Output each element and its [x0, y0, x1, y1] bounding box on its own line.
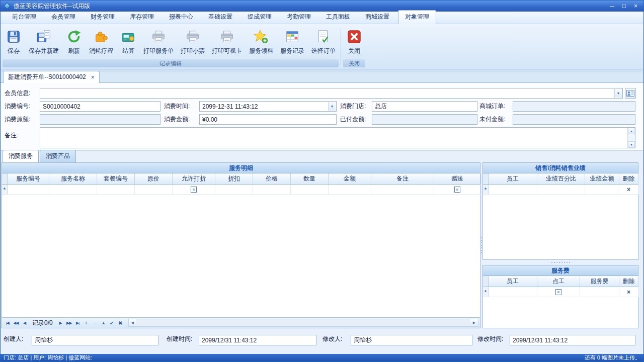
menu-tab-front-desk[interactable]: 前台管理: [6, 11, 43, 24]
scroll-left-icon[interactable]: ◀: [129, 319, 136, 326]
cell-performance-amount[interactable]: [585, 185, 619, 195]
cell-amount[interactable]: [329, 185, 371, 195]
minimize-icon[interactable]: ─: [610, 3, 614, 10]
service-records-button[interactable]: 服务记录: [277, 27, 307, 56]
column-header[interactable]: 服务费: [580, 276, 619, 287]
menu-tab-reports[interactable]: 报表中心: [163, 11, 200, 24]
column-header[interactable]: 业绩金额: [585, 173, 619, 184]
tab-consume-service[interactable]: 消费服务: [3, 150, 39, 162]
column-header[interactable]: 点工: [537, 276, 580, 287]
scroll-up-icon[interactable]: ▲: [628, 128, 635, 134]
cell-quantity[interactable]: [291, 185, 329, 195]
horizontal-scrollbar[interactable]: ◀ ▶: [128, 319, 478, 327]
menu-tab-basic-settings[interactable]: 基础设置: [202, 11, 239, 24]
modify-time-field[interactable]: 2099/12/31 11:43:12: [510, 335, 635, 345]
cell-package-code[interactable]: [97, 185, 135, 195]
cell-point-work[interactable]: [537, 287, 580, 297]
checkbox-icon[interactable]: [191, 187, 197, 193]
cell-allow-discount[interactable]: [173, 185, 215, 195]
column-header[interactable]: 原价: [135, 173, 173, 184]
tab-consume-product[interactable]: 消费产品: [40, 150, 76, 162]
remark-textarea[interactable]: ▲ ▼: [40, 127, 635, 148]
cell-remark[interactable]: [371, 185, 434, 195]
checkbox-icon[interactable]: [454, 187, 460, 193]
scroll-right-icon[interactable]: ▶: [470, 319, 478, 326]
column-header[interactable]: 允许打折: [173, 173, 215, 184]
cell-service-name[interactable]: [49, 185, 97, 195]
cell-service-fee[interactable]: [580, 287, 619, 297]
select-order-button[interactable]: 选择订单: [308, 27, 339, 56]
column-header[interactable]: 套餐编号: [97, 173, 135, 184]
cell-original-price[interactable]: [135, 185, 173, 195]
member-card-button[interactable]: [625, 88, 636, 99]
table-row[interactable]: *: [2, 185, 480, 195]
tab-close-icon[interactable]: ×: [91, 75, 95, 80]
cell-employee[interactable]: [489, 287, 537, 297]
column-header[interactable]: 员工: [489, 276, 537, 287]
nav-first-button[interactable]: |◀: [4, 319, 11, 327]
store-field[interactable]: 总店: [372, 101, 477, 112]
nav-cancel-button[interactable]: ✖: [117, 319, 124, 327]
print-service-sheet-button[interactable]: 打印服务单: [140, 27, 177, 56]
remark-scrollbar[interactable]: ▲ ▼: [627, 128, 635, 148]
nav-last-button[interactable]: ▶|: [74, 319, 82, 327]
menu-tab-inventory[interactable]: 库存管理: [123, 11, 160, 24]
save-button[interactable]: 保存: [3, 27, 25, 56]
column-header[interactable]: 服务名称: [49, 173, 97, 184]
create-time-field[interactable]: 2099/12/31 11:43:12: [199, 335, 316, 345]
refresh-button[interactable]: 刷新: [63, 27, 85, 56]
consume-time-combobox[interactable]: 2099-12-31 11:43:12 ▼: [199, 101, 337, 112]
delete-row-button[interactable]: ×: [619, 287, 638, 297]
consume-amount-field[interactable]: ¥0.00: [199, 114, 337, 125]
column-header[interactable]: 删除: [619, 276, 638, 287]
print-receipt-button[interactable]: 打印小票: [178, 27, 208, 56]
nav-insert-button[interactable]: +: [83, 319, 90, 327]
scroll-down-icon[interactable]: ▼: [628, 141, 635, 148]
column-header[interactable]: 删除: [619, 173, 638, 184]
cell-discount[interactable]: [215, 185, 253, 195]
creator-field[interactable]: 周怡杉: [32, 335, 158, 345]
horizontal-splitter[interactable]: [482, 260, 638, 265]
menu-tab-members[interactable]: 会员管理: [45, 11, 82, 24]
checkbox-icon[interactable]: [555, 289, 561, 295]
nav-edit-button[interactable]: ▲: [100, 319, 107, 327]
menu-tab-attendance[interactable]: 考勤管理: [280, 11, 317, 24]
cell-service-code[interactable]: [8, 185, 49, 195]
menu-tab-tools[interactable]: 工具面板: [319, 11, 357, 24]
cell-price[interactable]: [253, 185, 291, 195]
settle-button[interactable]: 结算: [117, 27, 139, 56]
service-materials-button[interactable]: 服务领料: [246, 27, 276, 56]
nav-post-button[interactable]: ✔: [108, 319, 116, 327]
column-header[interactable]: 数量: [291, 173, 329, 184]
cell-employee[interactable]: [489, 185, 537, 195]
nav-next-page-button[interactable]: ▶▶: [65, 319, 73, 327]
cell-gift[interactable]: [434, 185, 481, 195]
print-visual-card-button[interactable]: 打印可视卡: [209, 27, 245, 56]
column-header[interactable]: 服务编号: [8, 173, 49, 184]
table-row[interactable]: * ×: [483, 185, 638, 195]
column-header[interactable]: 金额: [329, 173, 371, 184]
menu-tab-mall-settings[interactable]: 商城设置: [359, 11, 396, 24]
member-info-combobox[interactable]: ▼: [40, 88, 623, 99]
consume-no-field[interactable]: S0010000402: [40, 101, 160, 112]
delete-icon[interactable]: ×: [627, 289, 630, 296]
nav-delete-button[interactable]: −: [91, 319, 99, 327]
table-row[interactable]: * ×: [483, 287, 638, 297]
cell-performance-percent[interactable]: [537, 185, 585, 195]
menu-tab-object-management[interactable]: 对象管理: [398, 10, 436, 24]
maximize-icon[interactable]: □: [622, 3, 626, 10]
chevron-down-icon[interactable]: ▼: [614, 89, 622, 98]
column-header[interactable]: 折扣: [215, 173, 253, 184]
column-header[interactable]: 价格: [253, 173, 291, 184]
column-header[interactable]: 员工: [489, 173, 537, 184]
nav-next-button[interactable]: ▶: [57, 319, 64, 327]
save-and-new-button[interactable]: 保存并新建: [26, 27, 62, 56]
delete-row-button[interactable]: ×: [619, 185, 638, 195]
close-icon[interactable]: ×: [634, 3, 637, 10]
close-form-button[interactable]: 关闭: [343, 27, 365, 56]
menu-tab-finance[interactable]: 财务管理: [84, 11, 121, 24]
delete-icon[interactable]: ×: [627, 186, 630, 193]
nav-prev-button[interactable]: ◀: [21, 319, 28, 327]
column-header[interactable]: 赠送: [434, 173, 481, 184]
consume-course-button[interactable]: 消耗疗程: [86, 27, 116, 56]
